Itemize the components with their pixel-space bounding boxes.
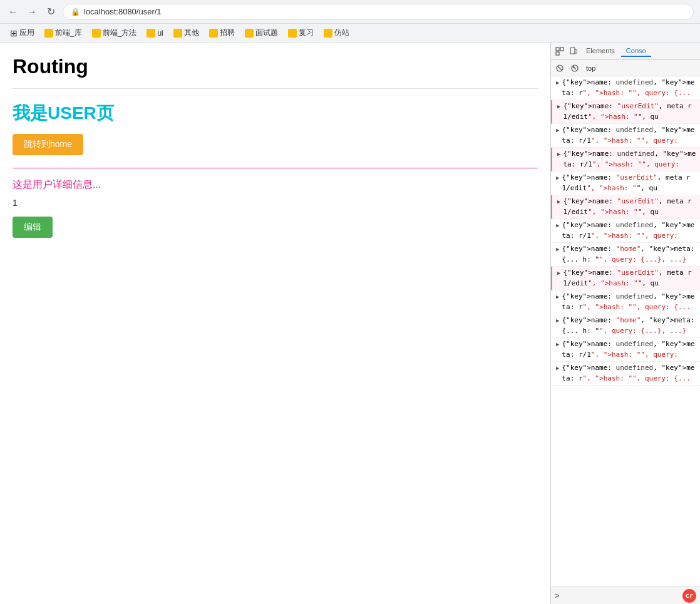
- bookmark-fe-method[interactable]: 前端_方法: [88, 26, 141, 39]
- bookmark-folder-icon: [288, 29, 297, 38]
- log-entry[interactable]: ▶{"key">name: "userEdit", meta r1/edit",…: [551, 195, 700, 219]
- browser-toolbar: ← → ↻ 🔒 localhost:8080/user/1: [0, 0, 700, 24]
- back-button[interactable]: ←: [6, 5, 20, 19]
- svg-rect-1: [560, 48, 564, 51]
- error-badge: cr: [682, 589, 696, 603]
- forward-button[interactable]: →: [25, 5, 39, 19]
- svg-rect-4: [575, 49, 577, 53]
- log-entry[interactable]: ▶{"key">name: undefined, "key">meta: r",…: [551, 290, 700, 314]
- svg-rect-2: [556, 52, 559, 55]
- log-entry[interactable]: ▶{"key">name: undefined, "key">meta: r/1…: [551, 219, 700, 243]
- device-toggle-icon[interactable]: [567, 45, 580, 58]
- svg-rect-3: [570, 48, 575, 54]
- bookmark-label: 招聘: [220, 28, 235, 38]
- filter-icon[interactable]: [569, 62, 581, 74]
- console-prompt[interactable]: >: [555, 591, 560, 600]
- log-entry[interactable]: ▶{"key">name: undefined, "key">meta: r/1…: [551, 148, 700, 171]
- log-entry[interactable]: ▶{"key">name: undefined, "key">meta: r/1…: [551, 338, 700, 362]
- bookmark-label: 应用: [19, 28, 34, 38]
- clear-console-icon[interactable]: [553, 62, 566, 74]
- bookmark-label: 面试题: [255, 28, 278, 38]
- lock-icon: 🔒: [71, 8, 80, 16]
- bookmark-label: 前端_库: [55, 28, 82, 38]
- svg-rect-0: [556, 48, 559, 51]
- devtools-console-toolbar: top: [551, 60, 700, 76]
- bookmark-folder-icon: [173, 29, 182, 38]
- expand-arrow-icon[interactable]: ▶: [557, 103, 560, 110]
- bookmark-fe-lib[interactable]: 前端_库: [41, 26, 86, 39]
- devtools-log-area: ▶{"key">name: undefined, "key">meta: r",…: [551, 76, 700, 586]
- expand-arrow-icon[interactable]: ▶: [556, 365, 559, 371]
- log-text: {"key">name: "userEdit", meta r1/edit", …: [563, 197, 697, 217]
- user-heading: 我是USER页: [13, 101, 538, 125]
- expand-arrow-icon[interactable]: ▶: [556, 317, 559, 324]
- user-detail-text: 这是用户详细信息...: [13, 178, 538, 192]
- log-text: {"key">name: "userEdit", meta r1/edit", …: [563, 268, 697, 289]
- log-text: {"key">name: undefined, "key">meta: r", …: [562, 78, 697, 98]
- expand-arrow-icon[interactable]: ▶: [557, 151, 560, 157]
- bookmark-label: 其他: [184, 28, 199, 38]
- bookmark-folder-icon: [147, 29, 155, 38]
- log-text: {"key">name: "home", "key">meta: {... h:…: [562, 315, 697, 336]
- svg-point-9: [573, 66, 575, 68]
- apps-grid-icon: ⊞: [10, 28, 18, 38]
- log-text: {"key">name: "home", "key">meta: {... h:…: [562, 244, 697, 265]
- context-selector[interactable]: top: [584, 64, 598, 72]
- expand-arrow-icon[interactable]: ▶: [556, 246, 559, 252]
- expand-arrow-icon[interactable]: ▶: [556, 222, 559, 228]
- log-entry[interactable]: ▶{"key">name: undefined, "key">meta: r",…: [551, 76, 700, 100]
- tab-elements[interactable]: Elements: [581, 46, 620, 57]
- devtools-tabs-bar: Elements Conso: [551, 43, 700, 60]
- log-text: {"key">name: undefined, "key">meta: r/1"…: [563, 149, 697, 170]
- bookmark-folder-icon: [209, 29, 218, 38]
- bookmark-ui[interactable]: ui: [143, 28, 167, 39]
- bookmark-clone[interactable]: 仿站: [320, 26, 353, 39]
- expand-arrow-icon[interactable]: ▶: [556, 294, 559, 300]
- bookmark-label: 复习: [299, 28, 314, 38]
- user-id-text: 1: [13, 198, 538, 208]
- tab-console[interactable]: Conso: [621, 46, 651, 57]
- bookmark-label: 仿站: [334, 28, 349, 38]
- main-area: Routing 我是USER页 跳转到home 这是用户详细信息... 1 编辑…: [0, 43, 700, 604]
- log-text: {"key">name: "userEdit", meta r1/edit", …: [563, 101, 697, 122]
- expand-arrow-icon[interactable]: ▶: [557, 198, 560, 205]
- log-entry[interactable]: ▶{"key">name: "home", "key">meta: {... h…: [551, 243, 700, 267]
- bookmark-folder-icon: [324, 29, 332, 38]
- address-bar[interactable]: 🔒 localhost:8080/user/1: [63, 4, 694, 20]
- expand-arrow-icon[interactable]: ▶: [556, 175, 559, 181]
- bookmark-jobs[interactable]: 招聘: [205, 26, 239, 39]
- devtools-panel: Elements Conso top ▶{"key">name: undefin…: [551, 43, 700, 604]
- log-entry[interactable]: ▶{"key">name: "home", "key">meta: {... h…: [551, 314, 700, 338]
- log-entry[interactable]: ▶{"key">name: "userEdit", meta r1/edit",…: [551, 171, 700, 195]
- log-text: {"key">name: undefined, "key">meta: r/1"…: [562, 125, 697, 146]
- svg-line-6: [558, 66, 562, 70]
- bookmark-other[interactable]: 其他: [170, 26, 203, 39]
- page-title: Routing: [13, 55, 538, 89]
- log-text: {"key">name: "userEdit", meta r1/edit", …: [562, 173, 697, 193]
- edit-button[interactable]: 编辑: [13, 217, 53, 238]
- bookmark-folder-icon: [92, 29, 101, 38]
- log-text: {"key">name: undefined, "key">meta: r/1"…: [562, 339, 697, 360]
- expand-arrow-icon[interactable]: ▶: [556, 79, 559, 86]
- bookmark-folder-icon: [245, 29, 254, 38]
- bookmark-folder-icon: [44, 29, 53, 38]
- bookmark-interview[interactable]: 面试题: [241, 26, 282, 39]
- bookmark-label: ui: [157, 29, 163, 38]
- bookmarks-bar: ⊞ 应用 前端_库 前端_方法 ui 其他 招聘 面试题 复习 仿站: [0, 24, 700, 43]
- bookmark-label: 前端_方法: [103, 28, 137, 38]
- section-divider: [13, 168, 538, 168]
- bookmark-apps[interactable]: ⊞ 应用: [6, 26, 38, 39]
- reload-button[interactable]: ↻: [44, 5, 58, 19]
- log-entry[interactable]: ▶{"key">name: undefined, "key">meta: r",…: [551, 362, 700, 386]
- log-text: {"key">name: undefined, "key">meta: r/1"…: [562, 220, 697, 241]
- expand-arrow-icon[interactable]: ▶: [557, 270, 560, 276]
- expand-arrow-icon[interactable]: ▶: [556, 127, 559, 133]
- log-entry[interactable]: ▶{"key">name: "userEdit", meta r1/edit",…: [551, 267, 700, 290]
- log-entry[interactable]: ▶{"key">name: "userEdit", meta r1/edit",…: [551, 100, 700, 124]
- url-text: localhost:8080/user/1: [84, 7, 162, 16]
- expand-arrow-icon[interactable]: ▶: [556, 341, 559, 347]
- go-home-button[interactable]: 跳转到home: [13, 134, 83, 155]
- inspect-element-icon[interactable]: [553, 45, 566, 58]
- log-entry[interactable]: ▶{"key">name: undefined, "key">meta: r/1…: [551, 124, 700, 148]
- bookmark-review[interactable]: 复习: [284, 26, 317, 39]
